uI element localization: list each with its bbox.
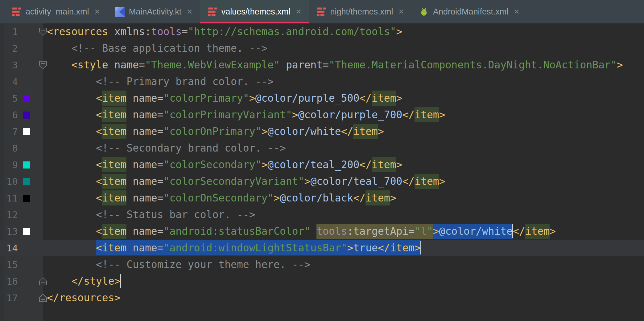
code-token: </	[353, 192, 365, 204]
code-line-6[interactable]: 6 <item name="colorPrimaryVariant">@colo…	[0, 107, 644, 123]
tab-mainactivity-kt[interactable]: MainActivity.kt ✕	[108, 0, 200, 23]
code-token: item	[102, 107, 126, 122]
code-token: </	[359, 92, 372, 104]
code-line-10[interactable]: 10 <item name="colorSecondaryVariant">@c…	[0, 173, 644, 190]
code-token: "Theme.WebViewExample"	[145, 59, 280, 71]
code-token: >	[439, 175, 445, 187]
code-line-7[interactable]: 7 <item name="colorOnPrimary">@color/whi…	[0, 123, 644, 140]
close-icon[interactable]: ✕	[513, 8, 520, 16]
code-line-4[interactable]: 4 <!-- Primary brand color. -->	[0, 73, 644, 90]
color-preview-swatch[interactable]	[23, 95, 30, 102]
code-line-14[interactable]: 14 <item name="android:windowLightStatus…	[0, 240, 644, 256]
code-token: <	[96, 109, 102, 121]
tab-values-themes-xml[interactable]: values/themes.xml ✕	[200, 0, 309, 23]
tab-label: night/themes.xml	[330, 7, 393, 17]
gutter-cell: 13	[0, 223, 43, 240]
code-token: <!-- Status bar color. -->	[96, 209, 255, 221]
code-token: name=	[108, 59, 145, 71]
code-token: >	[396, 159, 402, 171]
code-text[interactable]: <item name="colorOnPrimary">@color/white…	[43, 123, 384, 140]
code-token: "colorSecondary"	[163, 159, 262, 171]
gutter-cell: 6	[0, 107, 43, 123]
code-token: >	[439, 109, 445, 121]
fold-marker-icon[interactable]	[39, 277, 47, 286]
color-preview-swatch[interactable]	[23, 178, 30, 185]
fold-marker-icon[interactable]	[39, 294, 47, 302]
editor-workspace[interactable]: 1<resources xmlns:tools="http://schemas.…	[0, 23, 644, 321]
fold-marker-icon[interactable]	[39, 27, 47, 36]
code-token: parent=	[280, 59, 329, 71]
code-token: <!-- Customize your theme here. -->	[96, 258, 310, 270]
gutter-cell: 5	[0, 90, 43, 107]
color-preview-swatch[interactable]	[23, 228, 30, 235]
code-token: <	[96, 175, 102, 187]
code-text[interactable]: <item name="colorPrimaryVariant">@color/…	[43, 107, 445, 123]
close-icon[interactable]: ✕	[93, 8, 100, 16]
code-token: >	[396, 92, 402, 104]
code-line-15[interactable]: 15 <!-- Customize your theme here. -->	[0, 256, 644, 273]
code-token: item	[102, 157, 126, 172]
gutter-cell: 7	[0, 123, 43, 140]
fold-marker-icon[interactable]	[39, 61, 47, 69]
line-number: 12	[0, 206, 18, 223]
close-icon[interactable]: ✕	[185, 8, 192, 16]
code-token: tools	[316, 224, 347, 239]
code-text[interactable]: <item name="colorOnSecondary">@color/bla…	[43, 190, 396, 206]
tab-night-themes-xml[interactable]: night/themes.xml ✕	[309, 0, 412, 23]
line-number: 16	[0, 273, 18, 290]
code-line-13[interactable]: 13 <item name="android:statusBarColor" t…	[0, 223, 644, 240]
code-text[interactable]: <item name="android:statusBarColor" tool…	[43, 223, 556, 240]
code-token: </resources>	[47, 292, 120, 304]
code-text[interactable]: <item name="colorSecondaryVariant">@colo…	[43, 173, 445, 190]
code-line-3[interactable]: 3 <style name="Theme.WebViewExample" par…	[0, 57, 644, 73]
code-line-12[interactable]: 12 <!-- Status bar color. -->	[0, 206, 644, 223]
close-icon[interactable]: ✕	[397, 8, 404, 16]
code-token: item	[102, 124, 126, 139]
line-number: 7	[0, 123, 18, 140]
code-text[interactable]: </style>	[43, 273, 121, 290]
code-line-9[interactable]: 9 <item name="colorSecondary">@color/tea…	[0, 156, 644, 173]
code-text[interactable]: <item name="colorSecondary">@color/teal_…	[43, 156, 402, 173]
code-line-17[interactable]: 17</resources>	[0, 290, 644, 306]
gutter-cell: 2	[0, 40, 43, 57]
close-icon[interactable]: ✕	[294, 8, 301, 16]
code-text[interactable]: <!-- Primary brand color. -->	[43, 73, 274, 90]
code-token: "android:statusBarColor"	[163, 225, 311, 237]
code-line-16[interactable]: 16 </style>	[0, 273, 644, 290]
line-number: 4	[0, 73, 18, 90]
code-text[interactable]: <style name="Theme.WebViewExample" paren…	[43, 57, 623, 73]
line-number: 8	[0, 140, 18, 156]
code-token: :targetApi=	[347, 224, 415, 239]
tab-activity-main-xml[interactable]: activity_main.xml ✕	[4, 0, 108, 23]
line-number: 15	[0, 256, 18, 273]
tab-label: AndroidManifest.xml	[433, 7, 509, 17]
code-text[interactable]: <!-- Secondary brand color. -->	[43, 140, 286, 156]
code-token: item	[102, 224, 126, 239]
color-preview-swatch[interactable]	[23, 112, 30, 119]
code-text[interactable]: <!-- Base application theme. -->	[43, 40, 267, 57]
code-line-11[interactable]: 11 <item name="colorOnSecondary">@color/…	[0, 190, 644, 206]
code-text[interactable]: <item name="android:windowLightStatusBar…	[43, 240, 421, 256]
code-token: "colorPrimary"	[163, 92, 249, 104]
code-line-2[interactable]: 2 <!-- Base application theme. -->	[0, 40, 644, 57]
code-line-8[interactable]: 8 <!-- Secondary brand color. -->	[0, 140, 644, 156]
kotlin-file-icon	[115, 7, 125, 17]
editor-tab-bar: activity_main.xml ✕ MainActivity.kt ✕ va…	[0, 0, 644, 23]
color-preview-swatch[interactable]	[23, 195, 30, 202]
code-line-1[interactable]: 1<resources xmlns:tools="http://schemas.…	[0, 23, 644, 40]
code-text[interactable]: <!-- Customize your theme here. -->	[43, 256, 310, 273]
color-preview-swatch[interactable]	[23, 161, 30, 169]
code-text[interactable]: <!-- Status bar color. -->	[43, 206, 255, 223]
color-preview-swatch[interactable]	[23, 128, 30, 135]
code-text[interactable]: <item name="colorPrimary">@color/purple_…	[43, 90, 402, 107]
code-line-5[interactable]: 5 <item name="colorPrimary">@color/purpl…	[0, 90, 644, 107]
code-text[interactable]: <resources xmlns:tools="http://schemas.a…	[43, 23, 402, 40]
code-token: @color/white	[439, 224, 513, 239]
code-text[interactable]: </resources>	[43, 290, 120, 306]
code-token: >	[378, 125, 384, 137]
gutter-cell: 17	[0, 290, 43, 306]
tab-androidmanifest-xml[interactable]: AndroidManifest.xml ✕	[412, 0, 527, 23]
code-token: "http://schemas.android.com/tools"	[188, 26, 396, 38]
code-token: true	[353, 240, 378, 255]
code-token: <item	[96, 240, 126, 255]
